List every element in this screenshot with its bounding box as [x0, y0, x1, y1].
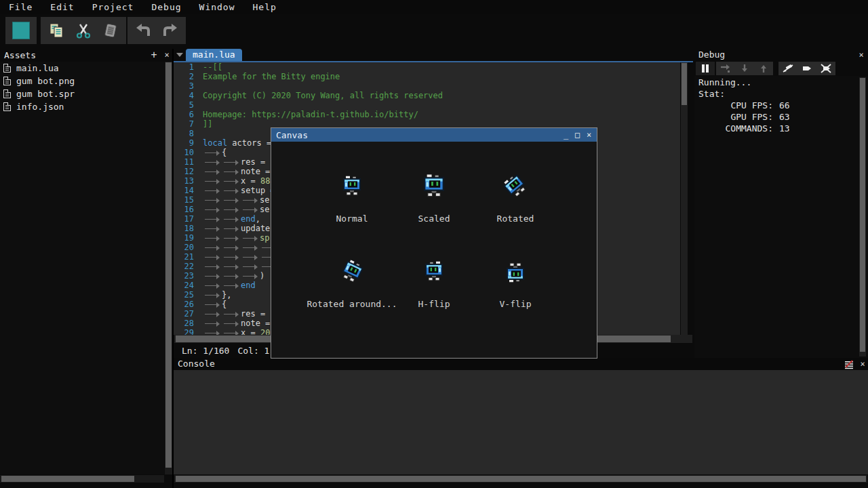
asset-item[interactable]: gum bot.spr	[0, 87, 164, 100]
console-horizontal-scrollbar[interactable]	[174, 475, 867, 483]
tab-guide-icon	[203, 148, 222, 157]
editor-vertical-scrollbar[interactable]	[681, 62, 688, 335]
line-number: 10	[174, 148, 194, 157]
step-over-button[interactable]	[716, 62, 735, 75]
assets-horizontal-scrollbar-thumb[interactable]	[1, 476, 134, 482]
console-clear-button[interactable]	[844, 359, 854, 369]
canvas-window-controls: _ □ ×	[560, 129, 595, 140]
line-number: 24	[174, 281, 194, 290]
assets-vertical-scrollbar[interactable]	[165, 62, 172, 474]
paste-button[interactable]	[99, 19, 122, 42]
minimize-button[interactable]: _	[560, 129, 572, 140]
tab-guide-icon	[203, 196, 222, 204]
debug-stat-header: Stat:	[698, 89, 725, 99]
tab-guide-icon	[241, 196, 260, 204]
assets-panel-title: Assets	[4, 50, 36, 60]
assets-add-button[interactable]: +	[148, 49, 160, 61]
asset-item[interactable]: info.json	[0, 100, 164, 113]
copy-button[interactable]	[45, 19, 68, 42]
tab-guide-icon	[203, 253, 222, 261]
assets-vertical-scrollbar-thumb[interactable]	[165, 62, 172, 468]
tab-guide-icon	[222, 329, 241, 335]
tab-guide-icon	[222, 186, 241, 195]
tab-guide-icon	[203, 291, 222, 299]
line-number: 19	[174, 233, 194, 243]
file-icon	[3, 102, 11, 111]
file-icon	[3, 77, 11, 85]
pause-button[interactable]	[696, 62, 715, 75]
console-output[interactable]	[174, 370, 868, 474]
continue-button[interactable]	[797, 62, 816, 75]
menu-item-window[interactable]: Window	[191, 1, 244, 14]
tab-guide-icon	[203, 310, 222, 318]
run-button[interactable]	[9, 19, 33, 42]
menu-item-edit[interactable]: Edit	[41, 1, 83, 14]
line-number: 20	[174, 243, 194, 252]
line-number: 3	[174, 81, 194, 91]
canvas-title-bar[interactable]: Canvas _ □ ×	[271, 128, 597, 142]
menu-item-project[interactable]: Project	[83, 1, 143, 14]
assets-panel-header: Assets + ×	[0, 49, 172, 62]
toggle-breakpoint-button[interactable]	[778, 62, 797, 75]
console-horizontal-scrollbar-thumb[interactable]	[176, 476, 866, 482]
tab-main-lua[interactable]: main.lua	[186, 49, 242, 61]
code-token: sp	[260, 233, 269, 243]
code-token: se	[260, 195, 269, 205]
assets-horizontal-scrollbar[interactable]	[0, 475, 164, 483]
code-token: ,	[256, 214, 260, 224]
asset-item[interactable]: gum bot.png	[0, 75, 164, 87]
line-number: 7	[174, 119, 194, 129]
asset-item[interactable]: main.lua	[0, 62, 164, 75]
debug-panel-header: Debug ×	[694, 49, 868, 61]
undo-button[interactable]	[132, 19, 155, 42]
line-number: 5	[174, 100, 194, 110]
tab-guide-icon	[222, 177, 241, 185]
chevron-down-icon	[176, 53, 183, 57]
code-token: 20	[260, 328, 270, 335]
line-number: 21	[174, 252, 194, 262]
line-number: 4	[174, 91, 194, 100]
tab-list-dropdown-button[interactable]	[174, 50, 184, 60]
code-token: Example for the Bitty engine	[203, 72, 340, 81]
cut-button[interactable]	[72, 19, 95, 42]
redo-button[interactable]	[159, 19, 182, 42]
clear-log-icon	[844, 360, 854, 369]
assets-list: main.luagum bot.pnggum bot.sprinfo.json	[0, 62, 164, 474]
editor-vertical-scrollbar-thumb[interactable]	[682, 63, 687, 105]
debug-pause-group	[696, 62, 715, 75]
clear-breakpoints-button[interactable]	[816, 62, 835, 75]
step-out-icon	[759, 64, 768, 73]
line-number: 12	[174, 167, 194, 176]
step-into-button[interactable]	[735, 62, 754, 75]
line-number: 27	[174, 309, 194, 319]
debug-close-button[interactable]: ×	[856, 49, 867, 60]
canvas-item-rotated: Rotated	[458, 167, 573, 224]
menu-item-debug[interactable]: Debug	[142, 1, 190, 14]
step-out-button[interactable]	[754, 62, 773, 75]
tab-guide-icon	[241, 205, 260, 214]
debug-status-text: Running...	[698, 77, 751, 87]
toolbar-group-history	[127, 17, 186, 44]
line-number: 16	[174, 205, 194, 214]
code-token: update	[241, 224, 270, 233]
redo-icon	[161, 22, 179, 39]
assets-close-button[interactable]: ×	[161, 49, 172, 60]
code-line: 1--[[	[174, 62, 680, 72]
close-button[interactable]: ×	[583, 129, 595, 140]
code-token: --[[	[203, 62, 222, 72]
debug-vertical-scrollbar[interactable]	[859, 77, 866, 357]
menu-item-help[interactable]: Help	[244, 1, 285, 14]
line-number: 2	[174, 72, 194, 81]
tab-guide-icon	[203, 224, 222, 232]
canvas-item-label: V-flip	[458, 299, 573, 309]
menu-item-file[interactable]: File	[0, 1, 41, 14]
maximize-button[interactable]: □	[572, 129, 583, 140]
main-toolbar	[0, 14, 868, 47]
step-over-icon	[720, 64, 731, 73]
menu-bar: FileEditProjectDebugWindowHelp	[0, 0, 868, 14]
debug-panel-body: Running... Stat: CPU FPS:66GPU FPS:63COM…	[694, 76, 868, 358]
console-close-button[interactable]: ×	[857, 359, 868, 369]
tab-guide-icon	[222, 262, 241, 270]
line-number: 13	[174, 176, 194, 186]
debug-vertical-scrollbar-thumb[interactable]	[860, 78, 865, 352]
